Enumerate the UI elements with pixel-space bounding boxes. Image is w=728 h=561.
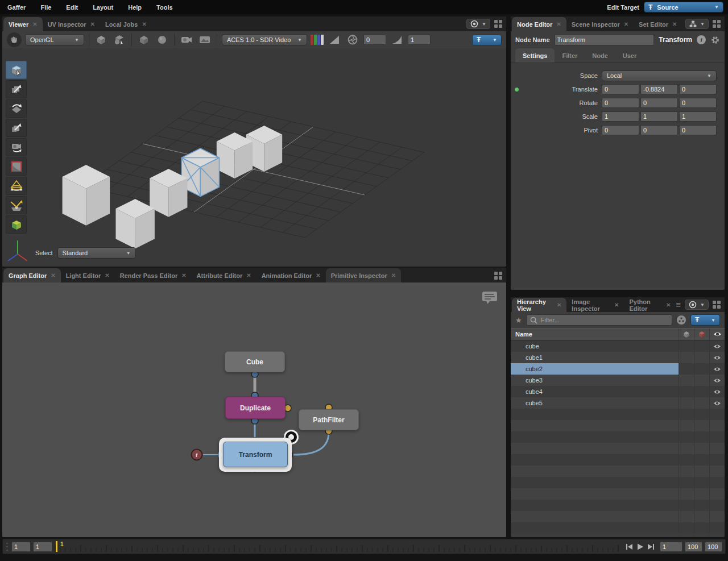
close-icon[interactable]: ✕ [614, 302, 619, 308]
tab-primitive-inspector[interactable]: Primitive Inspector✕ [326, 268, 401, 282]
camera-drag-button[interactable] [7, 32, 22, 47]
frame-end-input[interactable] [705, 542, 722, 552]
info-icon[interactable]: i [697, 35, 706, 44]
playback-end-input[interactable] [685, 542, 702, 552]
viewer-focus-menu-button[interactable]: ▼ [466, 19, 490, 29]
shading-mode-button[interactable] [136, 33, 151, 47]
menu-layout[interactable]: Layout [85, 4, 121, 11]
rotate-z-input[interactable] [679, 98, 717, 108]
view-settings-button[interactable] [197, 33, 212, 47]
tab-hierarchy-view[interactable]: Hierarchy View✕ [512, 298, 566, 312]
tab-python-editor[interactable]: Python Editor✕ [624, 298, 676, 312]
tab-local-jobs[interactable]: Local Jobs ✕ [100, 17, 152, 31]
name-column-header[interactable]: Name [511, 331, 679, 338]
node-graph-canvas[interactable]: r Cube Duplicate PathFilter Tran [2, 282, 506, 537]
menu-icon[interactable]: ≡ [676, 301, 681, 308]
node-duplicate[interactable]: Duplicate [225, 397, 286, 419]
node-cube[interactable]: Cube [225, 351, 285, 372]
layout-grid-icon[interactable] [713, 20, 721, 28]
close-icon[interactable]: ✕ [672, 21, 677, 27]
display-transform-dropdown[interactable]: ACES 1.0 - SDR Video ▼ [222, 34, 307, 45]
close-icon[interactable]: ✕ [181, 272, 186, 279]
playback-start-input[interactable] [660, 542, 682, 552]
exclusions-column-header[interactable] [694, 329, 709, 340]
node-pathfilter[interactable]: PathFilter [299, 409, 359, 430]
select-mode-dropdown[interactable]: Standard ▼ [57, 247, 136, 259]
renderer-dropdown[interactable]: OpenGL ▼ [25, 34, 84, 45]
close-icon[interactable]: ✕ [666, 302, 671, 308]
translate-z-input[interactable] [679, 84, 717, 94]
node-name-input[interactable] [555, 34, 655, 45]
tab-render-pass-editor[interactable]: Render Pass Editor✕ [115, 268, 192, 282]
menu-edit[interactable]: Edit [59, 4, 85, 11]
tab-uv-inspector[interactable]: UV Inspector ✕ [43, 17, 100, 31]
filter-input[interactable] [541, 317, 668, 323]
edge-pathfilter-transform[interactable] [293, 432, 329, 455]
playhead[interactable] [56, 541, 57, 552]
lighting-mode-button[interactable] [155, 33, 169, 47]
camera-settings-button[interactable] [179, 33, 194, 47]
drawing-mode-solid-button[interactable] [94, 33, 109, 47]
skip-to-end-icon[interactable] [647, 543, 655, 551]
close-icon[interactable]: ✕ [316, 272, 320, 279]
layout-grid-icon[interactable] [494, 272, 503, 280]
cube-mesh[interactable] [217, 132, 253, 178]
frame-start-input[interactable] [11, 542, 31, 552]
gamma-input[interactable] [408, 35, 431, 45]
tab-light-editor[interactable]: Light Editor✕ [61, 268, 115, 282]
node-transform[interactable]: Transform [223, 442, 288, 467]
tab-graph-editor[interactable]: Graph Editor✕ [3, 268, 61, 282]
pivot-x-input[interactable] [602, 125, 639, 135]
scale-y-input[interactable] [640, 111, 678, 122]
filter-box[interactable] [526, 314, 672, 326]
tab-animation-editor[interactable]: Animation Editor✕ [257, 268, 326, 282]
close-icon[interactable]: ✕ [32, 21, 37, 27]
tab-image-inspector[interactable]: Image Inspector✕ [566, 298, 624, 312]
rotate-y-input[interactable] [640, 98, 678, 108]
visibility-toggle[interactable] [709, 375, 725, 386]
table-row[interactable]: cube4 [511, 386, 725, 397]
menu-tools[interactable]: Tools [149, 4, 180, 11]
cube-mesh[interactable] [116, 199, 155, 248]
menu-file[interactable]: File [33, 4, 59, 11]
timeline-ruler[interactable]: 1 [55, 539, 621, 554]
subtab-filter[interactable]: Filter [555, 48, 585, 63]
layout-grid-icon[interactable] [713, 301, 721, 309]
visibility-toggle[interactable] [709, 352, 725, 363]
set-membership-icon[interactable] [676, 315, 686, 325]
pivot-y-input[interactable] [640, 125, 678, 135]
close-icon[interactable]: ✕ [557, 302, 561, 308]
pivot-z-input[interactable] [679, 125, 717, 135]
current-frame-input[interactable] [33, 542, 52, 552]
select-tool-button[interactable] [6, 61, 27, 79]
hierarchy-pin-dropdown[interactable]: Ŧ ▼ [690, 314, 720, 326]
light-tool-button[interactable] [6, 177, 27, 195]
visibility-toggle[interactable] [709, 386, 725, 397]
menu-gaffer[interactable]: Gaffer [0, 4, 33, 11]
crop-window-tool-button[interactable] [6, 157, 27, 176]
close-icon[interactable]: ✕ [142, 21, 146, 27]
subtab-node[interactable]: Node [585, 48, 615, 63]
translate-y-input[interactable] [640, 84, 678, 94]
channels-icon[interactable] [311, 35, 324, 45]
close-icon[interactable]: ✕ [624, 21, 628, 27]
visibility-column-header[interactable] [709, 329, 725, 340]
inclusions-column-header[interactable] [679, 329, 694, 340]
visibility-toggle[interactable] [709, 397, 725, 409]
close-icon[interactable]: ✕ [391, 272, 396, 279]
close-icon[interactable]: ✕ [556, 21, 561, 27]
light-position-tool-button[interactable] [6, 196, 27, 214]
tab-attribute-editor[interactable]: Attribute Editor✕ [192, 268, 257, 282]
keyframe-dot[interactable] [515, 88, 519, 92]
close-icon[interactable]: ✕ [246, 272, 251, 279]
play-icon[interactable] [636, 543, 644, 551]
aperture-icon[interactable] [345, 33, 360, 47]
translate-tool-button[interactable] [6, 80, 27, 98]
table-row-selected[interactable]: cube2 [511, 363, 725, 375]
layout-grid-icon[interactable] [494, 20, 503, 28]
edit-target-dropdown[interactable]: Ŧ Source ▼ [644, 2, 723, 13]
aux-node-r[interactable]: r [192, 450, 202, 460]
drawing-mode-wireframe-button[interactable] [112, 33, 127, 47]
table-row[interactable]: cube1 [511, 352, 725, 363]
scale-x-input[interactable] [602, 111, 639, 122]
